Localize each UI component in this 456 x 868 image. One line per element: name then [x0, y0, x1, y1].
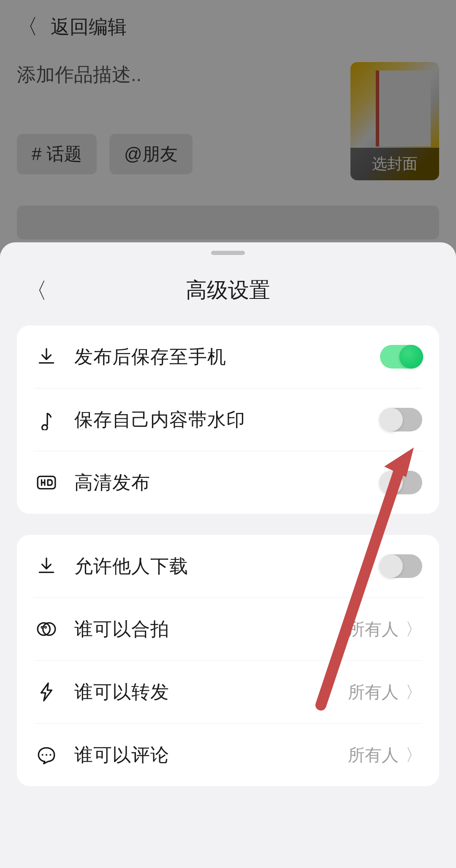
svg-point-3 — [41, 627, 43, 628]
row-save-to-phone[interactable]: 发布后保存至手机 — [34, 326, 422, 388]
row-hd-publish[interactable]: 高清发布 — [34, 451, 422, 514]
svg-point-4 — [45, 627, 46, 628]
download-icon — [34, 553, 59, 579]
duet-icon — [34, 616, 59, 642]
download-icon — [34, 344, 59, 369]
allow-download-toggle[interactable] — [380, 554, 422, 578]
sheet-title: 高级设置 — [186, 276, 270, 304]
row-watermark[interactable]: 保存自己内容带水印 — [34, 388, 422, 451]
advanced-settings-sheet: 〈 高级设置 发布后保存至手机 保存自己内容带水印 高清发布 — [0, 242, 456, 868]
sheet-back-button[interactable]: 〈 — [25, 276, 47, 306]
who-share-value: 所有人 — [348, 681, 399, 704]
hd-publish-label: 高清发布 — [74, 470, 380, 495]
svg-point-7 — [49, 754, 51, 756]
who-comment-value: 所有人 — [348, 743, 399, 767]
hd-publish-toggle[interactable] — [380, 471, 422, 494]
music-note-icon — [34, 407, 59, 432]
save-to-phone-label: 发布后保存至手机 — [74, 344, 380, 369]
settings-group-2: 允许他人下载 谁可以合拍 所有人 〉 谁可以转发 所有人 〉 谁可以评论 所有人 — [17, 535, 439, 786]
chevron-right-icon: 〉 — [405, 618, 422, 641]
row-who-duet[interactable]: 谁可以合拍 所有人 〉 — [34, 598, 422, 661]
who-duet-label: 谁可以合拍 — [74, 617, 348, 642]
save-to-phone-toggle[interactable] — [380, 345, 422, 369]
row-who-share[interactable]: 谁可以转发 所有人 〉 — [34, 661, 422, 724]
hd-icon — [34, 470, 59, 495]
lightning-icon — [34, 679, 59, 705]
svg-point-5 — [42, 754, 43, 756]
row-allow-download[interactable]: 允许他人下载 — [34, 535, 422, 598]
chevron-right-icon: 〉 — [405, 681, 422, 704]
chevron-right-icon: 〉 — [405, 743, 422, 767]
settings-group-1: 发布后保存至手机 保存自己内容带水印 高清发布 — [17, 326, 439, 514]
allow-download-label: 允许他人下载 — [74, 554, 380, 579]
who-comment-label: 谁可以评论 — [74, 743, 348, 768]
svg-point-6 — [46, 754, 47, 756]
comment-icon — [34, 742, 59, 768]
row-who-comment[interactable]: 谁可以评论 所有人 〉 — [34, 724, 422, 786]
watermark-label: 保存自己内容带水印 — [74, 407, 380, 432]
who-share-label: 谁可以转发 — [74, 680, 348, 705]
who-duet-value: 所有人 — [348, 618, 399, 641]
watermark-toggle[interactable] — [380, 408, 422, 431]
sheet-drag-handle[interactable] — [211, 251, 245, 255]
